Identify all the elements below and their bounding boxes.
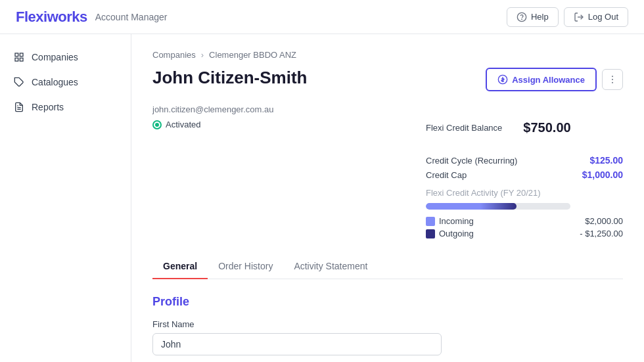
sidebar-item-reports[interactable]: Reports: [0, 95, 131, 120]
logo-accent: Flexi: [16, 9, 47, 25]
profile-form: Profile First Name Last Name Email Addre…: [152, 295, 623, 362]
status-text: Activated: [166, 120, 200, 129]
credit-cap-label: Credit Cap: [426, 170, 467, 180]
incoming-text: Incoming: [439, 216, 474, 226]
svg-rect-6: [15, 58, 18, 61]
credit-panel: Flexi Credit Balance $750.00 Credit Cycl…: [426, 104, 623, 238]
tab-order-history[interactable]: Order History: [208, 254, 283, 279]
assign-allowance-label: Assign Allowance: [512, 75, 585, 85]
svg-point-1: [522, 19, 522, 20]
help-label: Help: [531, 12, 549, 22]
outgoing-text: Outgoing: [439, 229, 474, 238]
activity-section: Flexi Credit Activity (FY 20/21) Incomin…: [426, 188, 623, 238]
svg-point-11: [612, 76, 613, 77]
first-name-group: First Name: [152, 319, 623, 355]
first-name-input[interactable]: [152, 333, 442, 355]
main-content: Companies › Clemenger BBDO ANZ John Citi…: [131, 34, 644, 362]
catalogues-icon: [13, 76, 25, 88]
credit-balance-value: $750.00: [502, 104, 623, 151]
sidebar-item-companies[interactable]: Companies: [0, 45, 131, 70]
page-header: John Citizen-Smith Assign Allowance: [152, 68, 623, 91]
svg-point-13: [612, 82, 613, 83]
breadcrumb-parent[interactable]: Companies: [152, 50, 196, 60]
header-right: Help Log Out: [507, 7, 628, 27]
companies-icon: [13, 51, 25, 63]
legend-outgoing-row: Outgoing - $1,250.00: [426, 229, 623, 238]
activity-progress-bar: [426, 203, 570, 210]
breadcrumb: Companies › Clemenger BBDO ANZ: [152, 50, 623, 60]
incoming-value: $2,000.00: [585, 216, 623, 226]
profile-email: john.citizen@clemenger.com.au: [152, 104, 400, 114]
first-name-label: First Name: [152, 319, 623, 329]
tab-general[interactable]: General: [152, 254, 208, 279]
svg-point-12: [612, 79, 613, 80]
credit-balance-row: Flexi Credit Balance $750.00: [426, 104, 623, 151]
activity-legend: Incoming $2,000.00 Outgoing - $1,250.00: [426, 216, 623, 238]
more-actions-button[interactable]: [602, 69, 623, 90]
outgoing-dot: [426, 229, 435, 238]
profile-info-row: john.citizen@clemenger.com.au Activated …: [152, 104, 623, 238]
svg-rect-5: [20, 58, 23, 61]
credit-cycle-row: Credit Cycle (Recurring) $125.00: [426, 155, 623, 166]
page-header-actions: Assign Allowance: [486, 68, 623, 91]
profile-section-title: Profile: [152, 295, 623, 309]
reports-icon: [13, 101, 25, 113]
breadcrumb-separator: ›: [201, 50, 204, 60]
question-icon: [517, 12, 527, 22]
tabs: General Order History Activity Statement: [152, 254, 623, 279]
credit-cap-value: $1,000.00: [582, 170, 623, 180]
credit-cap-row: Credit Cap $1,000.00: [426, 170, 623, 180]
logo: Flexiworks: [16, 9, 87, 26]
app-header: Flexiworks Account Manager Help Log Out: [0, 0, 644, 34]
main-layout: Companies Catalogues Reports Companies ›…: [0, 34, 644, 362]
credit-balance-label: Flexi Credit Balance: [426, 123, 502, 133]
credit-cycle-label: Credit Cycle (Recurring): [426, 156, 517, 166]
legend-outgoing-label: Outgoing: [426, 229, 474, 238]
profile-status: Activated: [152, 120, 400, 129]
logout-button[interactable]: Log Out: [564, 7, 628, 27]
credit-cycle-value: $125.00: [589, 155, 623, 166]
more-vertical-icon: [607, 74, 618, 85]
legend-incoming-row: Incoming $2,000.00: [426, 216, 623, 226]
assign-allowance-button[interactable]: Assign Allowance: [486, 68, 597, 91]
sidebar-item-catalogues-label: Catalogues: [32, 77, 78, 87]
sidebar-item-catalogues[interactable]: Catalogues: [0, 70, 131, 95]
help-button[interactable]: Help: [507, 7, 559, 27]
logout-icon: [574, 12, 584, 22]
sidebar-item-reports-label: Reports: [32, 102, 64, 112]
app-name: Account Manager: [95, 12, 168, 22]
logo-suffix: works: [47, 9, 87, 25]
svg-rect-3: [15, 53, 18, 57]
svg-rect-4: [20, 53, 23, 57]
legend-incoming-label: Incoming: [426, 216, 474, 226]
dollar-icon: [497, 74, 508, 85]
activity-period: (FY 20/21): [500, 188, 540, 198]
incoming-dot: [426, 217, 435, 226]
header-left: Flexiworks Account Manager: [16, 9, 167, 26]
activity-title-text: Flexi Credit Activity: [426, 188, 498, 198]
profile-left: john.citizen@clemenger.com.au Activated: [152, 104, 400, 129]
page-title: John Citizen-Smith: [152, 68, 307, 88]
logout-label: Log Out: [588, 12, 618, 22]
outgoing-value: - $1,250.00: [580, 229, 623, 238]
sidebar: Companies Catalogues Reports: [0, 34, 131, 362]
breadcrumb-current: Clemenger BBDO ANZ: [209, 50, 296, 60]
status-indicator: [152, 120, 162, 129]
activity-progress-fill: [426, 203, 517, 210]
sidebar-item-companies-label: Companies: [32, 52, 78, 62]
activity-title: Flexi Credit Activity (FY 20/21): [426, 188, 623, 198]
tab-activity-statement[interactable]: Activity Statement: [283, 254, 378, 279]
